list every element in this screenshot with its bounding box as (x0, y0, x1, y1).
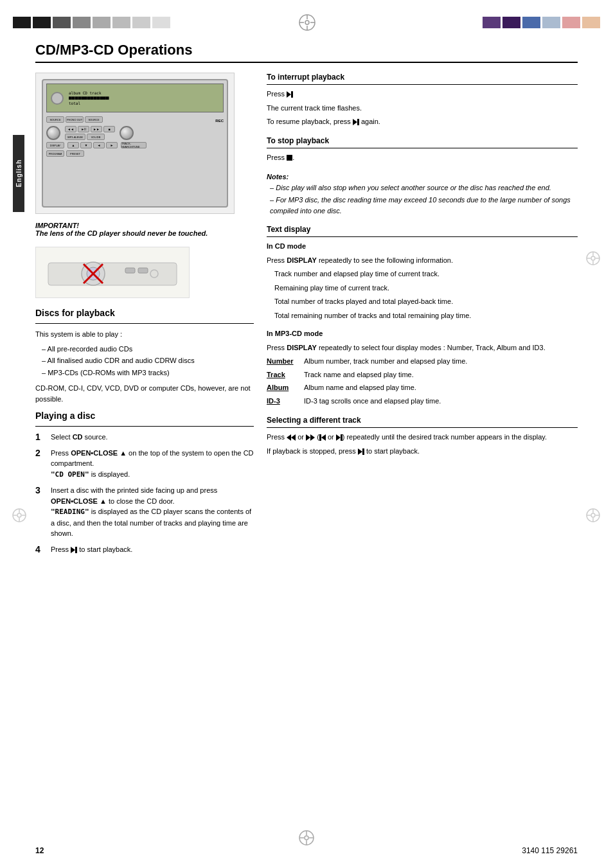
step-num-3: 3 (35, 485, 46, 495)
svg-rect-11 (125, 268, 135, 273)
step-list: 1 Select CD source. 2 Press OPEN•CLOSE ▲… (35, 432, 254, 554)
nav-buttons: ▲ ▼ ◄ ► (67, 142, 118, 148)
svg-point-1 (305, 21, 309, 24)
info-row-id3: ID-3 ID-3 tag scrolls once and elapsed p… (267, 396, 578, 407)
right-compass-top (585, 251, 601, 269)
display-circle (51, 92, 64, 105)
step-item-2: 2 Press OPEN•CLOSE ▲ on the top of the s… (35, 448, 254, 481)
text-display-section: Text display In CD mode Press DISPLAY re… (267, 225, 578, 407)
track-search-btn: TRACK-SEARCH/TUNE (121, 142, 147, 148)
nav-up: ▲ (67, 142, 79, 148)
color-swatch (53, 17, 71, 28)
mp3-album-btn: MP3-ALBUM (65, 134, 85, 140)
display-text-area: album CD track ■■■■■■■■■■■■■ total (69, 91, 219, 105)
list-item: All finalised audio CDR and audio CDRW d… (42, 355, 254, 366)
bottom-compass-icon (298, 829, 315, 847)
display-row2: ■■■■■■■■■■■■■ (69, 95, 219, 101)
cd-item-3: Total number of tracks played and total … (267, 296, 578, 307)
left-compass-icon (12, 508, 28, 524)
interrupt-section: To interrupt playback Press The current … (267, 73, 578, 127)
important-text: The lens of the CD player should never b… (35, 229, 254, 237)
page-number: 12 (35, 846, 44, 855)
interrupt-press: Press (267, 89, 578, 100)
discs-header: Discs for playback (35, 308, 254, 318)
language-label: English (15, 159, 22, 187)
step-num-1: 1 (35, 432, 46, 442)
color-swatch (73, 17, 91, 28)
step-item-1: 1 Select CD source. (35, 432, 254, 443)
mp3-mode-section: In MP3-CD mode Press DISPLAY repeatedly … (267, 328, 578, 407)
discs-list: All pre-recorded audio CDs All finalised… (35, 344, 254, 378)
program-btn: PROGRAM (46, 150, 64, 157)
cd-mode-intro: Press DISPLAY repeatedly to see the foll… (267, 255, 578, 266)
display-btn: DISPLAY (46, 142, 64, 148)
cd-item-2: Remaining play time of current track. (267, 283, 578, 294)
selecting-track-header: Selecting a different track (267, 416, 578, 425)
notes-list: Disc play will also stop when you select… (267, 182, 578, 217)
color-swatch (33, 17, 51, 28)
notes-item-1: Disc play will also stop when you select… (270, 182, 578, 193)
color-swatch (112, 17, 130, 28)
selecting-track-divider (267, 427, 578, 428)
player-row1: SOURCE PHONO OUT SOURCE REC (46, 115, 224, 124)
cd-mode-section: In CD mode Press DISPLAY repeatedly to s… (267, 241, 578, 321)
info-desc-number: Album number, track number and elapsed p… (304, 356, 578, 368)
player-row3: DISPLAY ▲ ▼ ◄ ► TRACK-SEARCH/TUNE (46, 142, 224, 148)
stop-press: Press . (267, 152, 578, 163)
color-swatch (483, 17, 501, 28)
playing-header: Playing a disc (35, 411, 254, 421)
color-swatch (522, 17, 540, 28)
color-swatch (152, 17, 170, 28)
doc-number: 3140 115 29261 (522, 846, 578, 855)
info-label-id3: ID-3 (267, 396, 299, 407)
rec-label: REC (215, 115, 224, 124)
right-knob (120, 126, 134, 140)
step-text-2: Press OPEN•CLOSE ▲ on the top of the sys… (51, 448, 254, 481)
vol-db-btn: VOL/DB (87, 134, 105, 140)
mp3-mode-intro: Press DISPLAY repeatedly to select four … (267, 342, 578, 353)
info-desc-album: Album name and elapsed play time. (304, 382, 578, 394)
stop-header: To stop playback (267, 136, 578, 145)
step-item-4: 4 Press to start playback. (35, 544, 254, 555)
info-label-track: Track (267, 369, 299, 381)
prev-btn: ◄◄ (65, 126, 76, 132)
info-desc-id3: ID-3 tag scrolls once and elapsed play t… (304, 396, 578, 407)
language-tab: English (13, 135, 24, 212)
lens-diagram (42, 250, 183, 295)
discs-intro: This system is able to play : (35, 329, 254, 340)
playing-section: Playing a disc 1 Select CD source. 2 Pre… (35, 411, 254, 554)
info-table: Number Album number, track number and el… (267, 356, 578, 407)
info-row-track: Track Track name and elapsed play time. (267, 369, 578, 381)
svg-point-15 (591, 256, 595, 260)
info-label-number: Number (267, 356, 299, 368)
info-row-number: Number Album number, track number and el… (267, 356, 578, 368)
source-btn2: SOURCE (85, 116, 103, 123)
cd-item-1: Track number and elapsed play time of cu… (267, 269, 578, 279)
left-knob (46, 126, 60, 140)
svg-rect-12 (138, 268, 148, 273)
transport-buttons: ◄◄ ►II ►► ■ (65, 126, 115, 132)
step-text-3: Insert a disc with the printed side faci… (51, 485, 254, 539)
color-swatch (93, 17, 111, 28)
step-item-3: 3 Insert a disc with the printed side fa… (35, 485, 254, 539)
right-compass-icon (585, 251, 601, 267)
nav-left: ◄ (93, 142, 105, 148)
discs-section: Discs for playback This system is able t… (35, 308, 254, 404)
nav-right: ► (106, 142, 118, 148)
interrupt-header: To interrupt playback (267, 73, 578, 82)
compass-icon (298, 13, 317, 32)
notes-section: Notes: Disc play will also stop when you… (267, 172, 578, 216)
color-swatch (582, 17, 600, 28)
left-compass-bottom (12, 508, 28, 526)
svg-point-33 (305, 836, 308, 840)
right-compass-bottom (585, 508, 601, 526)
interrupt-line2: To resume playback, press again. (267, 116, 578, 127)
play-pause-btn: ►II (78, 126, 89, 132)
player-image: album CD track ■■■■■■■■■■■■■ total (35, 73, 235, 214)
discs-note: CD-ROM, CD-I, CDV, VCD, DVD or computer … (35, 383, 254, 404)
discs-divider (35, 323, 254, 324)
svg-rect-6 (48, 263, 177, 285)
stop-divider (267, 148, 578, 148)
right-compass-icon-2 (585, 508, 601, 524)
color-bar-right (483, 17, 600, 28)
